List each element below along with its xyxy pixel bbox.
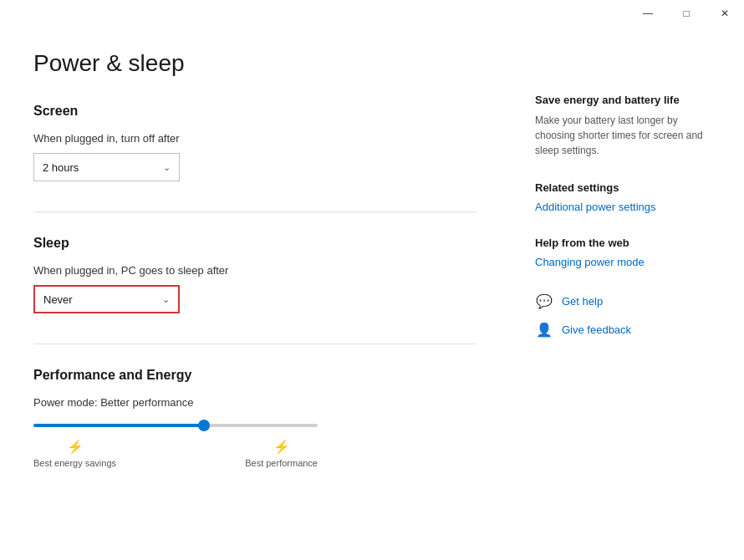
give-feedback-icon: 👤 xyxy=(535,320,553,339)
screen-section: Screen When plugged in, turn off after 2… xyxy=(33,104,476,181)
related-heading: Related settings xyxy=(535,181,719,194)
divider-1 xyxy=(33,211,476,212)
give-feedback-item[interactable]: 👤 Give feedback xyxy=(535,320,719,339)
get-help-item[interactable]: 💬 Get help xyxy=(535,292,719,310)
close-button[interactable]: ✕ xyxy=(706,0,744,27)
main-container: Power & sleep Screen When plugged in, tu… xyxy=(0,0,744,560)
energy-savings-icon: ⚡ xyxy=(67,439,84,455)
get-help-link[interactable]: Get help xyxy=(562,295,603,308)
slider-left-text: Best energy savings xyxy=(33,458,116,468)
divider-2 xyxy=(33,344,476,344)
title-bar: — □ ✕ xyxy=(629,0,744,27)
screen-heading: Screen xyxy=(33,104,476,119)
screen-label: When plugged in, turn off after xyxy=(33,132,476,145)
left-panel: Power & sleep Screen When plugged in, tu… xyxy=(0,27,510,560)
tip-section: Save energy and battery life Make your b… xyxy=(535,94,719,158)
performance-section: Performance and Energy Power mode: Bette… xyxy=(33,368,476,468)
right-panel: Save energy and battery life Make your b… xyxy=(510,27,744,560)
slider-fill xyxy=(33,424,204,427)
sleep-dropdown-arrow: ⌄ xyxy=(162,294,170,305)
page-title: Power & sleep xyxy=(33,50,476,77)
screen-dropdown[interactable]: 2 hours ⌄ xyxy=(33,153,180,181)
get-help-icon: 💬 xyxy=(535,292,553,310)
screen-dropdown-value: 2 hours xyxy=(43,161,79,174)
tip-desc: Make your battery last longer by choosin… xyxy=(535,113,719,158)
tip-heading: Save energy and battery life xyxy=(535,94,719,106)
slider-right-text: Best performance xyxy=(245,458,318,468)
performance-label: Power mode: Better performance xyxy=(33,396,476,409)
help-web-section: Help from the web Changing power mode xyxy=(535,237,719,268)
slider-label-right: ⚡ Best performance xyxy=(245,439,318,468)
power-mode-slider[interactable]: ⚡ Best energy savings ⚡ Best performance xyxy=(33,424,476,468)
best-performance-icon: ⚡ xyxy=(273,439,290,455)
changing-power-mode-link[interactable]: Changing power mode xyxy=(535,256,719,268)
sleep-label: When plugged in, PC goes to sleep after xyxy=(33,264,476,277)
additional-power-settings-link[interactable]: Additional power settings xyxy=(535,201,719,213)
slider-labels: ⚡ Best energy savings ⚡ Best performance xyxy=(33,439,318,468)
sleep-section: Sleep When plugged in, PC goes to sleep … xyxy=(33,236,476,313)
performance-heading: Performance and Energy xyxy=(33,368,476,383)
maximize-button[interactable]: □ xyxy=(667,0,706,27)
slider-track xyxy=(33,424,318,427)
slider-thumb[interactable] xyxy=(198,420,210,431)
screen-dropdown-arrow: ⌄ xyxy=(163,162,171,173)
related-section: Related settings Additional power settin… xyxy=(535,181,719,213)
help-web-heading: Help from the web xyxy=(535,237,719,249)
help-actions-section: 💬 Get help 👤 Give feedback xyxy=(535,292,719,339)
give-feedback-link[interactable]: Give feedback xyxy=(562,323,631,336)
sleep-dropdown-value: Never xyxy=(43,293,73,306)
sleep-heading: Sleep xyxy=(33,236,476,251)
slider-label-left: ⚡ Best energy savings xyxy=(33,439,116,468)
minimize-button[interactable]: — xyxy=(629,0,667,27)
sleep-dropdown[interactable]: Never ⌄ xyxy=(33,285,180,313)
